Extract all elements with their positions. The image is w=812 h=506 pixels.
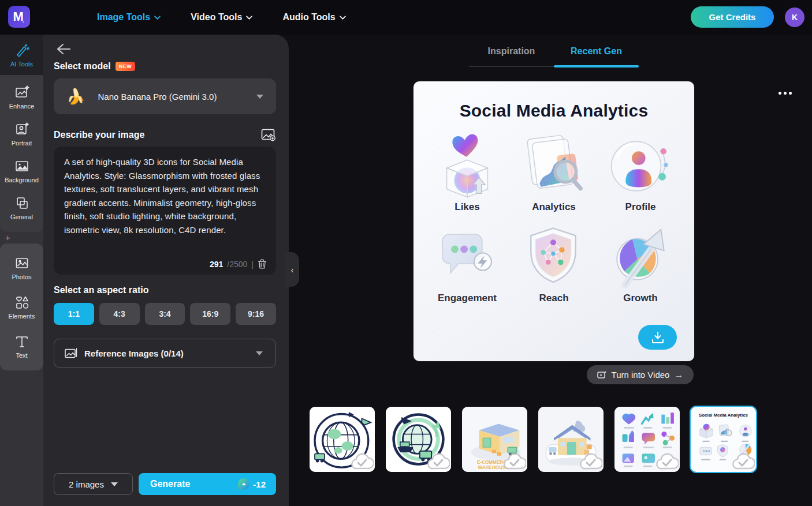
turn-into-video-button[interactable]: Turn into Video → [587,365,694,384]
nav-audio-tools[interactable]: Audio Tools [282,12,345,23]
image-add-icon[interactable] [261,129,276,141]
generated-image[interactable]: Social Media Analytics [414,81,694,361]
reference-image-icon [65,348,77,358]
sidebar-item-background[interactable]: Background [0,152,43,189]
icon-likes: Likes [424,132,511,213]
cloud-check-icon [731,452,755,472]
thumbnail-isometric-house[interactable] [538,407,604,472]
rail-group-assets: Photos Elements Text [0,243,43,370]
aspect-ratio-label: Select an aspect ratio [54,285,149,295]
magic-wand-icon [14,43,29,58]
credit-token-icon: ✦ [238,478,249,490]
icon-reach: Reach [511,223,597,304]
download-button[interactable] [638,325,677,350]
prompt-input[interactable]: A set of high-quality 3D icons for Socia… [54,147,276,275]
cloud-check-icon [349,452,374,472]
thumbnail-icon-grid-set[interactable] [614,407,680,472]
prompt-text: A set of high-quality 3D icons for Socia… [64,155,266,237]
generate-button[interactable]: Generate ✦ -12 [139,473,276,495]
chevron-down-icon [340,16,346,20]
aspect-ratio-group: 1:1 4:3 3:4 16:9 9:16 [54,303,276,325]
credit-cost: -12 [253,479,266,489]
shapes-icon [14,295,29,310]
icon-analytics: Analytics [511,132,597,213]
cloud-check-icon [654,452,679,472]
sidebar-item-ai-tools[interactable]: AI Tools [0,35,43,75]
top-bar: M. Image Tools Video Tools Audio Tools G… [0,0,812,35]
gallery-tabs: Inspiration Recent Gen [469,39,639,67]
ratio-3-4[interactable]: 3:4 [145,303,185,325]
model-name: Nano Banana Pro (Gemini 3.0) [98,92,256,102]
describe-image-label: Describe your image [54,130,144,140]
select-model-label: Select model [54,61,111,72]
tool-rail: AI Tools Enhance Portrait [0,35,43,506]
thumbnail-ecommerce-warehouse[interactable]: E-COMMERCE WAREHOUSE [462,407,527,472]
nav-image-tools[interactable]: Image Tools [97,12,161,23]
nav-video-tools[interactable]: Video Tools [191,12,252,23]
thumbnail-globe-logistics[interactable] [310,407,375,472]
growth-3d-icon [606,223,675,291]
sidebar-item-portrait[interactable]: Portrait [0,115,43,152]
icon-engagement: Engagement [424,223,511,304]
layers-icon [14,196,29,211]
recent-generation-strip: E-COMMERCE WAREHOUSE [310,407,756,472]
char-count: 291 [210,260,223,269]
sidebar-item-elements[interactable]: Elements [0,287,43,327]
rail-group-edit: Enhance Portrait Background G [0,75,43,232]
model-select-dropdown[interactable]: 🍌 Nano Banana Pro (Gemini 3.0) [54,78,276,114]
ratio-1-1[interactable]: 1:1 [54,303,94,325]
chevron-down-icon [111,482,118,486]
sidebar-item-enhance[interactable]: Enhance [0,78,43,115]
chevron-down-icon [256,351,263,355]
reference-images-label: Reference Images (0/14) [84,348,256,358]
chevron-down-icon [246,16,252,20]
video-icon [597,370,607,379]
main-area: Inspiration Recent Gen Social Media Anal… [289,35,812,506]
arrow-right-icon: → [674,370,683,380]
tab-recent-gen[interactable]: Recent Gen [554,39,639,66]
cloud-check-icon [426,452,450,472]
ratio-4-3[interactable]: 4:3 [99,303,140,325]
cloud-check-icon [578,452,602,472]
reference-images-dropdown[interactable]: Reference Images (0/14) [54,339,276,368]
sidebar-item-photos[interactable]: Photos [0,248,43,287]
rail-plus: + [0,232,43,243]
image-count-dropdown[interactable]: 2 images [54,473,133,495]
reach-3d-icon [520,223,588,291]
ratio-9-16[interactable]: 9:16 [236,303,276,325]
tab-inspiration[interactable]: Inspiration [469,39,554,66]
app-logo[interactable]: M. [8,6,30,28]
char-max: /2500 [227,260,247,269]
sidebar-item-text[interactable]: Text [0,327,43,366]
image-filled-icon [14,159,29,174]
user-avatar[interactable]: K [785,8,804,27]
generated-image-title: Social Media Analytics [414,101,694,121]
icon-growth: Growth [597,223,684,304]
new-badge: NEW [116,62,136,71]
profile-3d-icon [606,132,675,200]
svg-text:Social Media Analytics: Social Media Analytics [699,413,748,418]
get-credits-button[interactable]: Get Credits [691,6,774,28]
generated-icon-grid: Likes [424,132,684,304]
logo-spark-icon: . [23,17,24,24]
more-options-button[interactable] [776,89,794,97]
likes-3d-icon [433,132,501,200]
icon-profile: Profile [597,132,684,213]
download-icon [651,331,665,344]
trash-icon[interactable] [258,259,267,269]
thumbnail-social-media-analytics[interactable]: Social Media Analytics [691,407,756,472]
generation-panel: Select model NEW 🍌 Nano Banana Pro (Gemi… [43,35,289,506]
ratio-16-9[interactable]: 16:9 [190,303,230,325]
portrait-sparkle-icon [14,122,29,137]
back-button[interactable] [56,43,71,55]
active-tab-indicator [554,65,639,68]
panel-collapse-handle[interactable]: ‹ [285,252,299,287]
engagement-3d-icon [433,223,501,291]
thumbnail-globe-transport[interactable] [386,407,451,472]
analytics-3d-icon [520,132,588,200]
text-icon [14,334,29,349]
main-nav: Image Tools Video Tools Audio Tools [97,0,346,35]
sidebar-item-general[interactable]: General [0,189,43,226]
cloud-check-icon [502,452,526,472]
image-sparkle-icon [14,85,29,100]
